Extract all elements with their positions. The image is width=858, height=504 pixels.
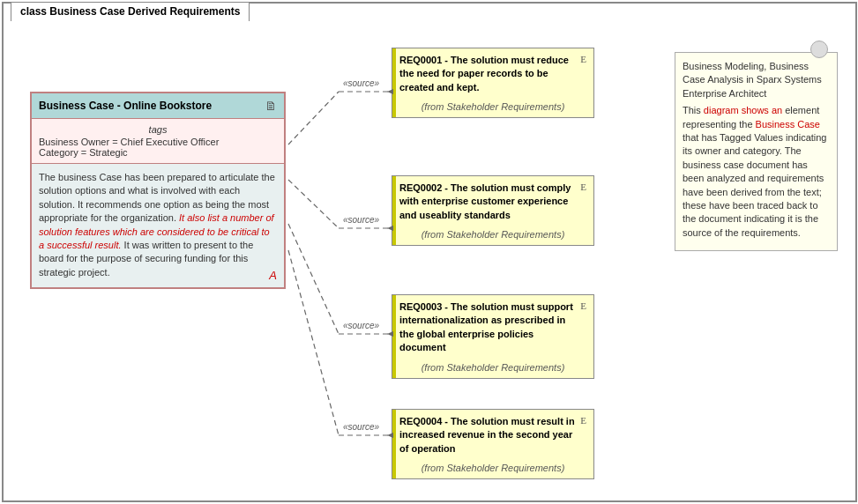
bc-header-title: Business Case - Online Bookstore bbox=[39, 100, 212, 112]
req-box-3: REQ0003 - The solution must support inte… bbox=[392, 294, 594, 379]
note-highlight-bc: Business Case bbox=[756, 119, 820, 130]
req-e-badge-3: E bbox=[580, 300, 586, 311]
bc-letter-a: A bbox=[269, 268, 277, 284]
note-diagram-shows: This bbox=[683, 105, 704, 115]
bc-tags-label: tags bbox=[39, 124, 277, 135]
bc-tag-2: Category = Strategic bbox=[39, 147, 277, 158]
bc-header: Business Case - Online Bookstore 🗎 bbox=[32, 93, 284, 119]
req-left-bar-3 bbox=[392, 295, 396, 378]
req-source-1: (from Stakeholder Requirements) bbox=[392, 100, 593, 117]
req-e-badge-1: E bbox=[580, 54, 586, 64]
diagram-title: class Business Case Derived Requirements bbox=[11, 2, 250, 21]
note-line2: This diagram shows an element representi… bbox=[683, 104, 830, 240]
svg-line-6 bbox=[288, 224, 339, 334]
req-header-2: REQ0002 - The solution must comply with … bbox=[392, 176, 593, 227]
source-label-4: «source» bbox=[343, 422, 379, 432]
bc-tags-section: tags Business Owner = Chief Executive Of… bbox=[32, 119, 284, 164]
svg-line-3 bbox=[288, 180, 339, 228]
req-header-1: REQ0001 - The solution must reduce the n… bbox=[392, 48, 593, 100]
req-header-4: REQ0004 - The solution must result in in… bbox=[392, 410, 593, 461]
note-box: Business Modeling, Business Case Analysi… bbox=[675, 52, 838, 251]
business-case-box: Business Case - Online Bookstore 🗎 tags … bbox=[30, 92, 286, 289]
req-e-badge-2: E bbox=[580, 182, 586, 192]
diagram-container: class Business Case Derived Requirements… bbox=[2, 2, 857, 502]
note-circle-icon bbox=[810, 41, 828, 58]
req-source-2: (from Stakeholder Requirements) bbox=[392, 227, 593, 245]
source-label-3: «source» bbox=[343, 321, 379, 330]
req-title-2: REQ0002 - The solution must comply with … bbox=[399, 182, 577, 222]
bc-description: The business Case has been prepared to a… bbox=[32, 164, 284, 287]
req-left-bar-2 bbox=[392, 176, 396, 245]
source-label-1: «source» bbox=[343, 78, 379, 88]
source-label-2: «source» bbox=[343, 215, 379, 225]
note-rest2: that has Tagged Values indicating its ow… bbox=[683, 132, 827, 238]
req-box-2: REQ0002 - The solution must comply with … bbox=[392, 175, 594, 246]
req-left-bar-4 bbox=[392, 410, 396, 478]
svg-line-0 bbox=[288, 92, 339, 145]
note-highlight-diagram: diagram shows an bbox=[704, 105, 782, 115]
req-title-4: REQ0004 - The solution must result in in… bbox=[399, 415, 577, 456]
req-e-badge-4: E bbox=[580, 415, 586, 426]
note-line1: Business Modeling, Business Case Analysi… bbox=[683, 60, 830, 100]
req-left-bar-1 bbox=[392, 48, 396, 117]
req-title-3: REQ0003 - The solution must support inte… bbox=[399, 300, 577, 355]
bc-tags-content: Business Owner = Chief Executive Officer… bbox=[39, 137, 277, 158]
req-source-4: (from Stakeholder Requirements) bbox=[392, 461, 593, 478]
req-box-4: REQ0004 - The solution must result in in… bbox=[392, 409, 594, 479]
req-title-1: REQ0001 - The solution must reduce the n… bbox=[399, 54, 577, 94]
bc-tag-1: Business Owner = Chief Executive Officer bbox=[39, 137, 277, 147]
req-source-3: (from Stakeholder Requirements) bbox=[392, 360, 593, 378]
bc-doc-icon: 🗎 bbox=[265, 99, 277, 113]
req-box-1: REQ0001 - The solution must reduce the n… bbox=[392, 48, 594, 118]
svg-line-9 bbox=[288, 250, 339, 435]
req-header-3: REQ0003 - The solution must support inte… bbox=[392, 295, 593, 360]
